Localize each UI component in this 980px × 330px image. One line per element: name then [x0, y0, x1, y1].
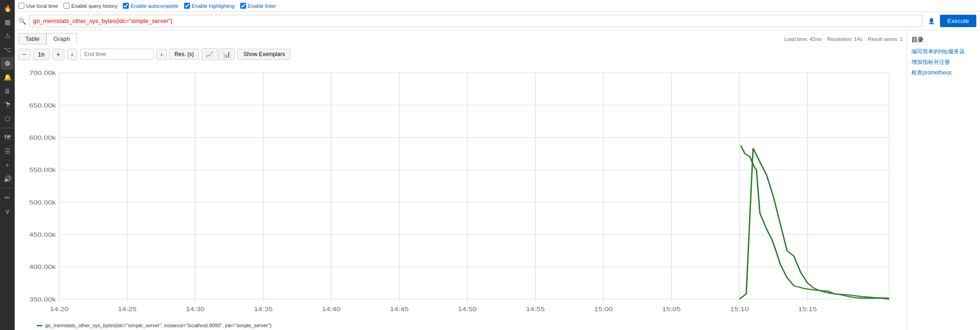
fire-icon[interactable]: 🔥: [1, 2, 14, 15]
tab-table[interactable]: Table: [18, 33, 46, 45]
resolution: Resolution: 14s: [827, 36, 862, 42]
enable-autocomplete-label: Enable autocomplete: [131, 3, 178, 9]
settings-icon[interactable]: ⚙: [1, 57, 14, 70]
enable-query-history-label: Enable query history: [71, 3, 117, 9]
list-icon[interactable]: ☰: [1, 145, 14, 158]
top-toolbar: Use local time Enable query history Enab…: [15, 0, 980, 12]
enable-query-history-checkbox[interactable]: Enable query history: [63, 3, 117, 9]
legend-text: go_memstats_other_sys_bytes{idc="simple_…: [45, 323, 271, 328]
line-chart-button[interactable]: 📈: [202, 48, 218, 60]
query-bar: 🔍 👤 Execute: [15, 12, 980, 30]
map-icon[interactable]: 🗺: [1, 131, 14, 144]
svg-text:14:20: 14:20: [50, 306, 69, 312]
volume-icon[interactable]: 🔊: [1, 172, 14, 185]
result-series: Result series: 1: [868, 36, 903, 42]
plus-button[interactable]: +: [52, 49, 64, 60]
server-icon[interactable]: 🖥: [1, 85, 14, 97]
user-icon[interactable]: 👤: [925, 15, 937, 27]
duration-button[interactable]: 1h: [33, 49, 50, 60]
search-icon: 🔍: [18, 17, 26, 25]
svg-text:14:30: 14:30: [186, 306, 205, 312]
svg-text:14:55: 14:55: [526, 306, 545, 312]
pen-icon[interactable]: ✏: [1, 191, 14, 204]
enable-autocomplete-checkbox[interactable]: Enable autocomplete: [123, 3, 178, 9]
svg-text:700.00k: 700.00k: [29, 70, 57, 76]
chart-wrapper: 700.00k 650.00k 600.00k 550.00k 500.00k …: [18, 62, 903, 321]
svg-text:450.00k: 450.00k: [29, 232, 57, 238]
chart-panel: Table Graph Load time: 42ms Resolution: …: [15, 30, 906, 330]
main-content: Use local time Enable query history Enab…: [15, 0, 980, 330]
svg-text:14:25: 14:25: [118, 306, 137, 312]
right-sidebar-link-3[interactable]: 检查prometheus: [911, 69, 975, 77]
right-sidebar: 目录 编写简单的http服务器 增加指标并注册 检查prometheus: [906, 30, 980, 330]
right-sidebar-title: 目录: [911, 36, 975, 44]
svg-text:650.00k: 650.00k: [29, 102, 57, 108]
svg-text:14:35: 14:35: [254, 306, 273, 312]
tab-graph[interactable]: Graph: [46, 33, 77, 45]
plugin-icon[interactable]: ⬡: [1, 112, 14, 125]
enable-highlighting-checkbox[interactable]: Enable highlighting: [184, 3, 235, 9]
chevron-down-icon[interactable]: ∨: [1, 205, 14, 218]
add-icon[interactable]: +: [1, 159, 14, 171]
next-button[interactable]: ›: [156, 49, 167, 60]
use-local-time-input[interactable]: [18, 3, 24, 9]
minus-button[interactable]: −: [18, 49, 30, 60]
use-local-time-label: Use local time: [26, 3, 58, 9]
chart-svg: 700.00k 650.00k 600.00k 550.00k 500.00k …: [18, 62, 903, 321]
svg-text:600.00k: 600.00k: [29, 134, 57, 141]
left-sidebar: 🔥 ▦ ⚠ ⌥ ⚙ 🔔 🖥 🔭 ⬡ 🗺 ☰ + 🔊 ✏ ∨: [0, 0, 15, 330]
tabs-row: Table Graph Load time: 42ms Resolution: …: [18, 30, 903, 46]
end-time-input[interactable]: [80, 49, 154, 60]
enable-linter-input[interactable]: [240, 3, 246, 9]
chart-type-buttons: 📈 📊: [202, 48, 235, 60]
divider-1: [2, 128, 13, 128]
enable-autocomplete-input[interactable]: [123, 3, 129, 9]
prev-button[interactable]: ‹: [67, 49, 77, 60]
enable-query-history-input[interactable]: [63, 3, 69, 9]
execute-button[interactable]: Execute: [940, 15, 976, 27]
svg-text:15:15: 15:15: [798, 306, 817, 312]
tabs: Table Graph: [18, 33, 77, 45]
explore-icon[interactable]: 🔭: [1, 98, 14, 111]
svg-text:14:50: 14:50: [458, 306, 477, 312]
enable-highlighting-input[interactable]: [184, 3, 190, 9]
svg-text:14:45: 14:45: [390, 306, 409, 312]
load-time: Load time: 42ms: [784, 36, 822, 42]
stacked-chart-button[interactable]: 📊: [219, 48, 235, 60]
right-sidebar-link-2[interactable]: 增加指标并注册: [911, 58, 975, 66]
svg-text:350.00k: 350.00k: [29, 296, 57, 302]
svg-text:15:05: 15:05: [662, 306, 681, 312]
svg-text:15:00: 15:00: [594, 306, 613, 312]
show-exemplars-button[interactable]: Show Exemplars: [237, 49, 291, 60]
svg-text:14:40: 14:40: [322, 306, 341, 312]
controls-row: − 1h + ‹ › Res. (s) 📈 📊 Show Exemplars: [18, 46, 903, 62]
legend-color: [37, 325, 42, 326]
meta-info: Load time: 42ms Resolution: 14s Result s…: [784, 36, 903, 42]
svg-text:550.00k: 550.00k: [29, 167, 57, 173]
use-local-time-checkbox[interactable]: Use local time: [18, 3, 58, 9]
code-icon[interactable]: ⌥: [1, 43, 14, 56]
svg-text:500.00k: 500.00k: [29, 199, 57, 205]
warning-icon[interactable]: ⚠: [1, 29, 14, 42]
svg-text:15:10: 15:10: [730, 306, 749, 312]
enable-highlighting-label: Enable highlighting: [192, 3, 235, 9]
content-area: Table Graph Load time: 42ms Resolution: …: [15, 30, 980, 330]
enable-linter-checkbox[interactable]: Enable linter: [240, 3, 276, 9]
right-sidebar-link-1[interactable]: 编写简单的http服务器: [911, 48, 975, 56]
resolution-button[interactable]: Res. (s): [169, 49, 199, 60]
grid-icon[interactable]: ▦: [1, 16, 14, 28]
query-input[interactable]: [29, 15, 922, 27]
bell-icon[interactable]: 🔔: [1, 71, 14, 84]
svg-text:400.00k: 400.00k: [29, 264, 57, 270]
legend-row: go_memstats_other_sys_bytes{idc="simple_…: [18, 321, 903, 330]
divider-2: [2, 188, 13, 188]
enable-linter-label: Enable linter: [248, 3, 276, 9]
